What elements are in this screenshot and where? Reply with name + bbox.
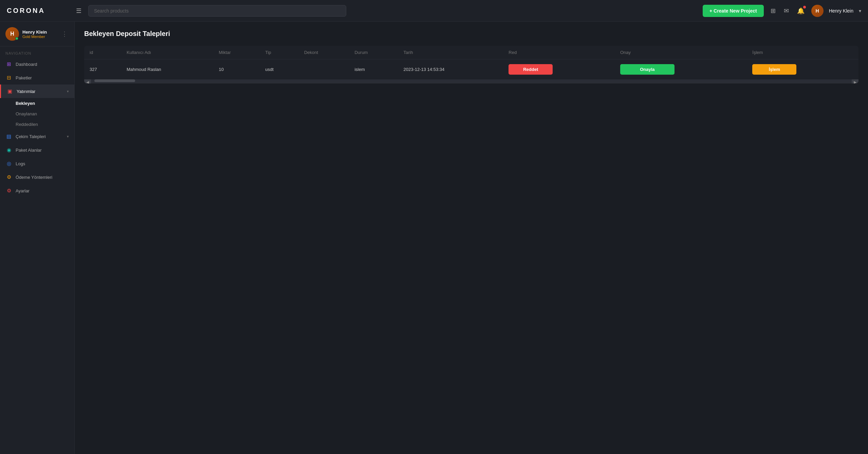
sidebar-sub-reddedilen[interactable]: Reddedilen (0, 119, 74, 130)
bell-icon: 🔔 (797, 7, 805, 14)
hamburger-button[interactable]: ☰ (75, 6, 83, 16)
main-content: Bekleyen Deposit Talepleri id Kullanıcı … (75, 22, 868, 454)
logs-icon: ◎ (5, 160, 12, 167)
nav-section-label: Navigation (0, 46, 74, 57)
cell-islem: İşlem (747, 59, 858, 80)
cell-durum: islem (349, 59, 398, 80)
user-chevron-icon: ▾ (859, 8, 861, 14)
sidebar-sub-onaylanan[interactable]: Onaylanan (0, 109, 74, 119)
mail-icon-button[interactable]: ✉ (782, 6, 790, 16)
col-red: Red (503, 46, 615, 59)
col-onay: Onay (615, 46, 747, 59)
col-durum: Durum (349, 46, 398, 59)
sidebar-item-label: Logs (16, 161, 69, 166)
cell-red: Reddet (503, 59, 615, 80)
cell-tip: usdt (260, 59, 299, 80)
profile-info: Henry Klein Gold Member (22, 30, 57, 39)
scrollbar-thumb[interactable] (94, 79, 135, 82)
scroll-left-button[interactable]: ◀ (84, 79, 91, 83)
user-name-label[interactable]: Henry Klein (829, 8, 853, 14)
profile-more-button[interactable]: ⋮ (60, 29, 69, 39)
process-button[interactable]: İşlem (752, 64, 796, 75)
cell-onay: Onayla (615, 59, 747, 80)
ayarlar-icon: ⚙ (5, 187, 12, 194)
sidebar-item-logs[interactable]: ◎ Logs (0, 157, 74, 170)
col-id: id (84, 46, 121, 59)
logo: CORONA (7, 7, 75, 15)
mail-icon: ✉ (784, 7, 789, 14)
scroll-right-button[interactable]: ▶ (852, 79, 858, 83)
table-container: id Kullanıcı Adı Miktar Tip Dekont Durum… (84, 46, 858, 83)
table-body: 327 Mahmoud Raslan 10 usdt islem 2023-12… (84, 59, 858, 80)
create-project-button[interactable]: + Create New Project (703, 5, 764, 17)
online-indicator (15, 37, 18, 40)
sidebar-item-paketler[interactable]: ⊟ Paketler (0, 71, 74, 84)
sidebar-item-label: Ödeme Yöntemleri (16, 175, 69, 180)
cekim-talepleri-icon: ▤ (5, 133, 12, 140)
col-tip: Tip (260, 46, 299, 59)
cell-tarih: 2023-12-13 14:53:34 (398, 59, 503, 80)
sidebar-item-paket-alanlar[interactable]: ◉ Paket Alanlar (0, 143, 74, 157)
sidebar-item-label: Yatırımlar (17, 89, 63, 94)
grid-icon-button[interactable]: ⊞ (769, 6, 777, 16)
reject-button[interactable]: Reddet (509, 64, 553, 75)
cell-id: 327 (84, 59, 121, 80)
cell-dekont (299, 59, 349, 80)
sidebar-item-yatirimlar[interactable]: ▣ Yatırımlar ▾ (0, 84, 74, 98)
bell-icon-button[interactable]: 🔔 (796, 6, 806, 16)
sidebar-item-cekim-talepleri[interactable]: ▤ Çekim Talepleri ▾ (0, 130, 74, 143)
sidebar-sub-bekleyen[interactable]: Bekleyen (0, 98, 74, 109)
avatar: H (811, 5, 824, 17)
table-header: id Kullanıcı Adı Miktar Tip Dekont Durum… (84, 46, 858, 59)
chevron-down-icon: ▾ (67, 89, 69, 94)
col-dekont: Dekont (299, 46, 349, 59)
cell-miktar: 10 (214, 59, 260, 80)
profile-avatar: H (5, 27, 19, 41)
profile-role: Gold Member (22, 35, 57, 39)
col-miktar: Miktar (214, 46, 260, 59)
yatirimlar-icon: ▣ (6, 88, 13, 95)
sidebar-item-label: Paket Alanlar (16, 148, 69, 153)
page-title: Bekleyen Deposit Talepleri (84, 30, 858, 38)
cell-kullanici-adi: Mahmoud Raslan (121, 59, 214, 80)
grid-icon: ⊞ (771, 7, 776, 14)
col-kullanici-adi: Kullanıcı Adı (121, 46, 214, 59)
paket-alanlar-icon: ◉ (5, 147, 12, 153)
profile-name: Henry Klein (22, 30, 57, 35)
dashboard-icon: ⊞ (5, 61, 12, 68)
sidebar-item-label: Çekim Talepleri (16, 134, 63, 139)
sidebar-item-dashboard[interactable]: ⊞ Dashboard (0, 57, 74, 71)
search-input[interactable] (88, 5, 346, 17)
paketler-icon: ⊟ (5, 74, 12, 81)
layout: H Henry Klein Gold Member ⋮ Navigation ⊞… (0, 22, 868, 454)
user-profile: H Henry Klein Gold Member ⋮ (0, 22, 74, 46)
sidebar-item-label: Dashboard (16, 62, 69, 67)
chevron-down-icon: ▾ (67, 134, 69, 139)
approve-button[interactable]: Onayla (620, 64, 675, 75)
odeme-yontemleri-icon: ⚙ (5, 174, 12, 181)
header-right: + Create New Project ⊞ ✉ 🔔 H Henry Klein… (703, 5, 861, 17)
horizontal-scrollbar[interactable]: ◀ ▶ (84, 79, 858, 83)
sidebar-item-label: Ayarlar (16, 188, 69, 193)
sidebar-item-odeme-yontemleri[interactable]: ⚙ Ödeme Yöntemleri (0, 170, 74, 184)
deposits-table: id Kullanıcı Adı Miktar Tip Dekont Durum… (84, 46, 858, 79)
table-row: 327 Mahmoud Raslan 10 usdt islem 2023-12… (84, 59, 858, 80)
header: CORONA ☰ + Create New Project ⊞ ✉ 🔔 H He… (0, 0, 868, 22)
sidebar-item-label: Paketler (16, 75, 69, 80)
col-islem: İşlem (747, 46, 858, 59)
col-tarih: Tarih (398, 46, 503, 59)
sidebar-item-ayarlar[interactable]: ⚙ Ayarlar (0, 184, 74, 197)
notification-badge (803, 6, 806, 8)
sidebar: H Henry Klein Gold Member ⋮ Navigation ⊞… (0, 22, 75, 454)
